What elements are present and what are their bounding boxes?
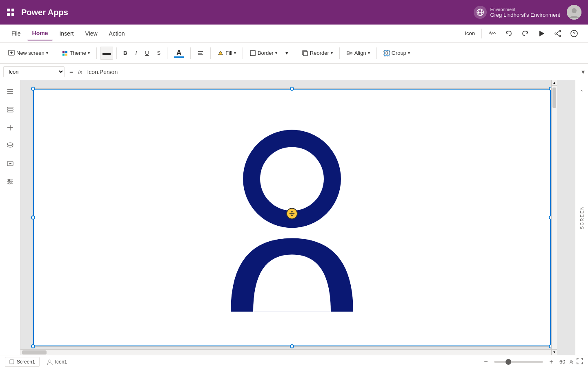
zoom-unit: %: [568, 359, 573, 365]
group-btn[interactable]: Group ▾: [380, 47, 413, 59]
user-avatar[interactable]: [567, 5, 581, 20]
formula-bar: Icon = fx ▾: [0, 64, 588, 80]
align-text-btn[interactable]: [194, 47, 207, 59]
redo-btn[interactable]: [518, 26, 532, 41]
sidebar-media-icon[interactable]: [2, 155, 18, 172]
border-icon: [249, 50, 256, 56]
globe-icon: [477, 9, 484, 16]
strikethrough-btn[interactable]: S: [154, 47, 164, 58]
zoom-value: 60: [559, 359, 565, 365]
text-size-btn[interactable]: A: [171, 47, 187, 59]
fx-button[interactable]: fx: [78, 69, 82, 75]
new-screen-btn[interactable]: New screen ▾: [5, 47, 51, 59]
border-label: Border: [258, 50, 274, 56]
scroll-up-arrow[interactable]: ▲: [551, 80, 557, 86]
apps-grid-button[interactable]: [7, 8, 15, 16]
sidebar-controls-icon[interactable]: [2, 173, 18, 190]
undo-btn[interactable]: [501, 26, 516, 41]
bottom-right: − + 60 %: [481, 357, 583, 367]
scroll-thumb-v[interactable]: [552, 88, 556, 108]
horizontal-scrollbar[interactable]: [20, 349, 551, 355]
handle-top-middle[interactable]: [290, 87, 294, 91]
sidebar-layers-icon[interactable]: [2, 101, 18, 118]
menu-view[interactable]: View: [80, 27, 102, 40]
font-color-swatch[interactable]: [100, 47, 113, 60]
theme-btn[interactable]: Theme ▾: [58, 47, 93, 59]
data-icon: [7, 142, 14, 149]
main-content: ▲: [0, 80, 588, 355]
align-btn[interactable]: Align ▾: [343, 47, 373, 59]
handle-top-left[interactable]: [31, 87, 35, 91]
svg-point-8: [572, 8, 577, 13]
svg-point-54: [9, 182, 10, 184]
svg-rect-21: [65, 51, 67, 53]
screen-toggle-btn[interactable]: ‹: [578, 87, 586, 95]
border-btn[interactable]: Border ▾: [246, 47, 281, 59]
scroll-thumb-h[interactable]: [22, 350, 47, 355]
reorder-chevron: ▾: [331, 51, 333, 55]
heartbeat-icon: [489, 30, 496, 37]
fill-btn[interactable]: Fill ▾: [214, 47, 239, 59]
menu-right: Icon: [461, 26, 581, 41]
svg-rect-3: [11, 13, 14, 16]
svg-rect-27: [250, 51, 255, 56]
tb-sep-1: [55, 47, 55, 59]
canvas-area: ▲: [20, 80, 575, 355]
group-label: Group: [392, 50, 406, 56]
sidebar-menu-icon[interactable]: [2, 83, 18, 100]
add-icon: [7, 124, 14, 131]
svg-point-11: [559, 35, 561, 37]
icon1-tab[interactable]: Icon1: [43, 357, 71, 366]
play-btn[interactable]: [534, 26, 549, 41]
vertical-scrollbar[interactable]: [551, 86, 557, 349]
share-btn[interactable]: [550, 26, 565, 41]
svg-point-52: [8, 179, 10, 181]
zoom-slider[interactable]: [494, 361, 543, 363]
svg-marker-9: [539, 31, 544, 36]
move-cursor[interactable]: [286, 208, 298, 219]
zoom-out-btn[interactable]: −: [481, 357, 491, 367]
handle-bottom-middle[interactable]: [290, 344, 294, 348]
canvas-container[interactable]: [33, 88, 551, 347]
heartbeat-icon-btn[interactable]: [485, 26, 500, 41]
icon1-icon: [47, 359, 53, 365]
zoom-in-btn[interactable]: +: [546, 357, 556, 367]
svg-rect-57: [10, 360, 14, 364]
menu-home[interactable]: Home: [27, 27, 53, 40]
align-icon: [197, 50, 204, 56]
equals-sign: =: [68, 68, 75, 76]
new-screen-chevron: ▾: [46, 51, 48, 55]
menu-insert[interactable]: Insert: [54, 27, 78, 40]
svg-rect-23: [65, 54, 67, 56]
environment-block[interactable]: Environment Greg Lindhorst's Environment: [474, 6, 560, 19]
theme-label: Theme: [70, 50, 86, 56]
element-selector[interactable]: Icon: [3, 66, 65, 77]
formula-input[interactable]: [85, 67, 578, 77]
play-icon: [538, 30, 545, 37]
fullscreen-icon: [577, 358, 583, 364]
tb-sep-4: [167, 47, 167, 59]
svg-text:?: ?: [573, 31, 575, 36]
border-chevron: ▾: [275, 51, 277, 55]
top-bar-right: Environment Greg Lindhorst's Environment: [474, 5, 581, 20]
formula-chevron[interactable]: ▾: [581, 68, 585, 76]
fullscreen-btn[interactable]: [577, 358, 583, 366]
reorder-btn[interactable]: Reorder ▾: [298, 47, 336, 59]
layers-icon: [7, 106, 14, 113]
screen-panel[interactable]: ‹ SCREEN: [575, 80, 588, 355]
more-btn[interactable]: ▾: [282, 47, 292, 58]
help-btn[interactable]: ?: [567, 26, 581, 41]
bold-btn[interactable]: B: [120, 47, 130, 58]
handle-middle-left[interactable]: [31, 215, 35, 220]
scroll-down-arrow[interactable]: ▼: [551, 349, 557, 355]
screen1-tab[interactable]: Screen1: [5, 357, 40, 367]
menu-file[interactable]: File: [7, 27, 26, 40]
svg-rect-42: [7, 109, 13, 110]
italic-btn[interactable]: I: [132, 47, 140, 58]
svg-point-12: [555, 33, 557, 34]
menu-action[interactable]: Action: [104, 27, 130, 40]
sidebar-data-icon[interactable]: [2, 137, 18, 154]
handle-bottom-left[interactable]: [31, 344, 35, 348]
sidebar-add-icon[interactable]: [2, 119, 18, 136]
underline-btn[interactable]: U: [142, 47, 152, 58]
